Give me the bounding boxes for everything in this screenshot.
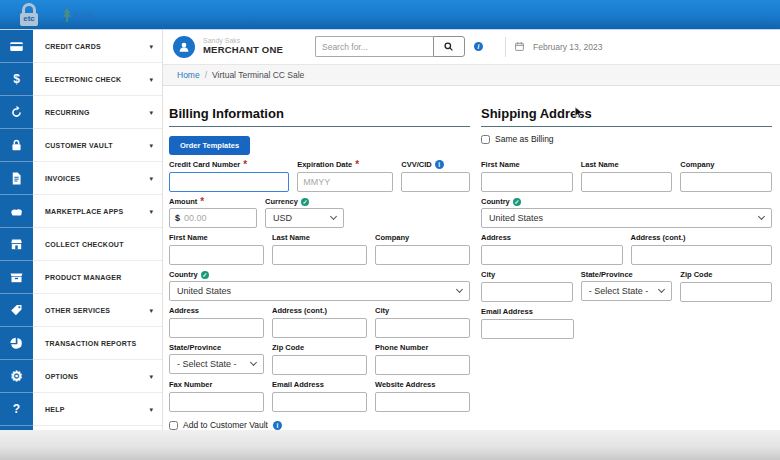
help-question-icon[interactable]: ? [0,393,33,426]
chevron-down-icon: ▾ [149,43,153,50]
sidebar-item-customer-vault[interactable]: CUSTOMER VAULT ▾ [33,129,162,162]
billing-section: Billing Information Order Templates Cred… [169,106,470,430]
currency-select[interactable]: USD [265,208,344,228]
shipping-city-input[interactable] [481,282,573,302]
sidebar-item-other-services[interactable]: OTHER SERVICES ▾ [33,294,162,327]
billing-website-input[interactable] [375,392,470,412]
chevron-down-icon [758,213,765,220]
required-marker: * [200,199,204,205]
account-names: Sandy Saks MERCHANT ONE [203,37,283,56]
chevron-down-icon: ▾ [149,307,153,314]
billing-fax-input[interactable] [169,392,264,412]
sidebar-item-electronic-check[interactable]: ELECTRONIC CHECK ▾ [33,63,162,96]
billing-phone-input[interactable] [375,355,470,375]
add-to-vault-label: Add to Customer Vault [183,420,268,430]
billing-phone-label: Phone Number [375,343,470,352]
billing-email-label: Email Address [272,380,367,389]
cloud-icon[interactable] [0,195,33,228]
invoice-document-icon[interactable] [0,162,33,195]
billing-state-value: - Select State - [177,359,237,369]
search-input[interactable] [315,36,433,57]
billing-address-input[interactable] [169,318,264,338]
chevron-down-icon: ▾ [149,373,153,380]
same-as-billing-checkbox[interactable] [481,135,490,144]
shipping-city-label: City [481,270,573,279]
breadcrumb-current: Virtual Terminal CC Sale [212,70,304,80]
shipping-company-input[interactable] [680,172,772,192]
search-button[interactable] [433,36,465,57]
chevron-down-icon: ▾ [149,76,153,83]
billing-last-name-input[interactable] [272,245,367,265]
sidebar-item-help[interactable]: HELP ▾ [33,393,162,426]
main-header: Sandy Saks MERCHANT ONE i February 13, 2… [163,30,780,64]
sidebar-item-recurring[interactable]: RECURRING ▾ [33,96,162,129]
order-templates-button[interactable]: Order Templates [169,136,250,155]
vault-lock-icon[interactable] [0,129,33,162]
shipping-first-name-input[interactable] [481,172,573,192]
add-to-vault-checkbox[interactable] [169,421,178,430]
shipping-last-name-input[interactable] [581,172,673,192]
amount-input[interactable] [184,213,251,223]
billing-zip-input[interactable] [272,355,367,375]
chevron-down-icon: ▾ [149,175,153,182]
sidebar-item-credit-cards[interactable]: CREDIT CARDS ▾ [33,30,162,63]
search-info-icon[interactable]: i [474,42,483,51]
billing-company-input[interactable] [375,245,470,265]
sidebar-item-product-manager[interactable]: PRODUCT MANAGER [33,261,162,294]
shipping-zip-input[interactable] [680,282,772,302]
storefront-icon[interactable] [0,228,33,261]
shipping-section: Shipping Address Same as Billing First N… [481,106,772,430]
billing-email-input[interactable] [272,392,367,412]
shipping-address-input[interactable] [481,245,623,265]
shipping-email-input[interactable] [481,319,574,339]
billing-address2-input[interactable] [272,318,367,338]
sidebar-item-invoices[interactable]: INVOICES ▾ [33,162,162,195]
shipping-state-select[interactable]: - Select State - [581,281,673,301]
shipping-country-select[interactable]: United States [481,208,772,228]
sidebar-item-label: INVOICES [45,175,80,182]
sidebar-item-transaction-reports[interactable]: TRANSACTION REPORTS [33,327,162,360]
cvv-info-icon[interactable]: i [435,160,444,169]
same-as-billing-row: Same as Billing [481,134,772,144]
billing-title: Billing Information [169,106,470,127]
billing-first-name-input[interactable] [169,245,264,265]
billing-city-input[interactable] [375,318,470,338]
billing-country-select[interactable]: United States [169,281,470,301]
billing-state-select[interactable]: - Select State - [169,354,264,374]
billing-address-label: Address [169,306,264,315]
breadcrumb-home-link[interactable]: Home [177,70,200,80]
sidebar-item-label: MARKETPLACE APPS [45,208,123,215]
current-date: February 13, 2023 [533,42,602,52]
avatar[interactable] [173,36,195,58]
expiration-date-input[interactable] [297,172,393,192]
sidebar-item-collect-checkout[interactable]: COLLECT CHECKOUT [33,228,162,261]
amount-field: $ [169,208,257,228]
recurring-refresh-icon[interactable] [0,96,33,129]
product-box-icon[interactable] [0,261,33,294]
vault-info-icon[interactable]: i [273,421,282,430]
dollar-icon[interactable]: $ [0,63,33,96]
pie-chart-icon[interactable] [0,327,33,360]
page-footer [0,430,780,460]
gears-icon[interactable]: ⚙ [0,360,33,393]
shipping-state-value: - Select State - [589,286,649,296]
sidebar-item-marketplace-apps[interactable]: MARKETPLACE APPS ▾ [33,195,162,228]
sidebar-item-options[interactable]: OPTIONS ▾ [33,360,162,393]
chevron-down-icon: ▾ [149,142,153,149]
tree-icon [60,7,74,23]
shipping-company-label: Company [680,160,772,169]
credit-card-number-input[interactable] [169,172,289,192]
billing-company-label: Company [375,233,470,242]
shipping-address-label: Address [481,233,623,242]
sidebar-item-label: HELP [45,406,65,413]
currency-prefix: $ [175,213,180,223]
billing-country-value: United States [177,286,231,296]
shipping-address2-input[interactable] [631,245,773,265]
cvv-input[interactable] [401,172,470,192]
divider [505,37,506,57]
top-bar: etc One [0,0,780,30]
billing-city-label: City [375,306,470,315]
tag-icon[interactable] [0,294,33,327]
credit-cards-icon[interactable] [0,30,33,63]
chevron-down-icon: ▾ [149,406,153,413]
